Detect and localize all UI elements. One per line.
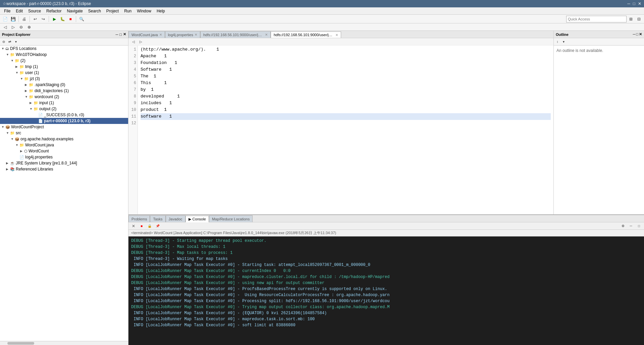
tree-item[interactable]: ▼📁user (1)	[0, 70, 128, 76]
menu-file[interactable]: File	[1, 8, 13, 14]
editor-tab[interactable]: hdfs://192.168.56.101:9000/user/jzt/word…	[271, 31, 341, 38]
editor-tab-close[interactable]: ✕	[335, 33, 338, 37]
console-scroll-lock[interactable]: 🔒	[146, 222, 153, 230]
menu-search[interactable]: Search	[86, 8, 104, 14]
tree-item[interactable]: ▼📁(2)	[0, 58, 128, 64]
minimize-button[interactable]: ─	[627, 1, 630, 6]
views-button[interactable]: ⊟	[635, 15, 643, 23]
sidebar-collapse-all[interactable]: ⊖	[1, 39, 7, 45]
tree-arrow: ▼	[20, 77, 24, 80]
sidebar-horizontal-scrollbar[interactable]	[0, 341, 128, 345]
editor-tab-close[interactable]: ✕	[195, 33, 197, 37]
menu-help[interactable]: Help	[154, 8, 168, 14]
tree-item[interactable]: ▶📁input (1)	[0, 100, 128, 106]
tree-icon: 📄	[38, 119, 43, 123]
tree-item[interactable]: ▼📦org.apache.hadoop.examples	[0, 136, 128, 142]
print-button[interactable]: 🖨	[20, 15, 28, 23]
console-stop[interactable]: ■	[138, 222, 145, 230]
tree-item[interactable]: ▶📁tmp (1)	[0, 64, 128, 70]
editor-content[interactable]: 123456789101112 (http://www.apache.org/)…	[128, 46, 553, 214]
console-maximize[interactable]: □	[635, 222, 643, 230]
tb2-btn1[interactable]: ◁	[1, 23, 9, 31]
stop-button[interactable]: ■	[67, 15, 74, 23]
tree-arrow: ▼	[1, 125, 5, 129]
tree-item[interactable]: ▼📁WordCount.java	[0, 142, 128, 148]
tree-label: tmp (1)	[25, 64, 38, 69]
menu-source[interactable]: Source	[25, 8, 44, 14]
perspective-button[interactable]: ⊞	[627, 15, 635, 23]
console-toolbar-right: ⚙ ─ □	[619, 222, 643, 230]
menu-run[interactable]: Run	[121, 8, 134, 14]
console-minimize[interactable]: ─	[627, 222, 635, 230]
new-button[interactable]: 📄	[1, 15, 9, 23]
tree-item[interactable]: ▼🗂DFS Locations	[0, 46, 128, 52]
editor-tab-close[interactable]: ✕	[265, 33, 268, 37]
run-button[interactable]: ▶	[51, 15, 58, 23]
toolbar-sep3	[49, 16, 49, 22]
tree-item[interactable]: ▼📦WordCountProject	[0, 124, 128, 130]
menu-refactor[interactable]: Refactor	[44, 8, 64, 14]
tree-label: Win10TOHadoop	[16, 52, 47, 57]
editor-tab[interactable]: hdfs://192.168.56.101:9000/user/jzt/word…	[200, 31, 271, 38]
editor-tab[interactable]: WordCount.java✕	[128, 31, 165, 38]
tree-label: output (2)	[39, 107, 56, 111]
search-button[interactable]: 🔍	[78, 15, 85, 23]
sidebar-close-icon[interactable]: ✕	[123, 32, 126, 37]
sidebar-maximize-icon[interactable]: □	[119, 32, 122, 37]
tree-item[interactable]: ▶📁didi_trajectories (1)	[0, 88, 128, 94]
save-button[interactable]: 💾	[9, 15, 17, 23]
editor-scroll-left[interactable]: ◁	[130, 38, 137, 46]
tree-item[interactable]: ▼📁output (2)	[0, 106, 128, 112]
outline-close-icon[interactable]: ✕	[639, 32, 642, 37]
menu-navigate[interactable]: Navigate	[64, 8, 85, 14]
tree-icon: 📁	[19, 71, 24, 75]
console-tab[interactable]: Tasks	[150, 215, 165, 222]
console-clear[interactable]: ✕	[130, 222, 137, 230]
tree-arrow: ▶	[6, 161, 10, 165]
outline-minimize-icon[interactable]: ─	[633, 32, 636, 37]
tree-arrow: ▶	[25, 89, 29, 92]
tree-item[interactable]: ▶☕JRE System Library [jre1.8.0_144]	[0, 160, 128, 166]
outline-sort[interactable]: ↕	[554, 39, 560, 45]
tree-item[interactable]: 📄log4j.properties	[0, 154, 128, 160]
outline-settings[interactable]: ▾	[560, 39, 567, 45]
tree-item[interactable]: ▼📁jzt (3)	[0, 76, 128, 82]
tree-arrow: ▶	[20, 149, 24, 153]
maximize-button[interactable]: □	[633, 1, 635, 6]
tb2-expand[interactable]: ⊕	[25, 23, 33, 31]
outline-maximize-icon[interactable]: □	[636, 32, 638, 37]
console-tab[interactable]: Javadoc	[166, 215, 185, 222]
console-settings[interactable]: ⚙	[619, 222, 627, 230]
tree-arrow: ▶	[6, 167, 10, 171]
tree-item[interactable]: ▼📁src	[0, 130, 128, 136]
debug-button[interactable]: 🐛	[59, 15, 66, 23]
console-tab[interactable]: Problems	[128, 215, 150, 222]
editor-tab[interactable]: log4j.properties✕	[165, 31, 200, 38]
tree-item[interactable]: ▼📁wordcount (2)	[0, 94, 128, 100]
tb2-btn2[interactable]: ▷	[9, 23, 17, 31]
console-tab[interactable]: ▶Console	[185, 216, 209, 222]
sidebar-link-editor[interactable]: ⇄	[7, 39, 13, 45]
tree-item[interactable]: ▶⬡WordCount	[0, 148, 128, 154]
tree-item[interactable]: ▶📁.sparkStaging (0)	[0, 82, 128, 88]
sidebar-minimize-icon[interactable]: ─	[116, 32, 118, 37]
console-tab[interactable]: Map/Reduce Locations	[209, 215, 253, 222]
tb2-collapse[interactable]: ⊖	[17, 23, 25, 31]
console-line: INFO [Thread-3] - Waiting for map tasks	[131, 256, 641, 262]
menu-project[interactable]: Project	[104, 8, 121, 14]
line-number: 12	[128, 120, 136, 127]
menu-edit[interactable]: Edit	[13, 8, 25, 14]
quick-access-input[interactable]	[566, 16, 627, 22]
tree-item[interactable]: ▶📚Referenced Libraries	[0, 166, 128, 172]
tree-item[interactable]: 📄_SUCCESS (0.0 b, r3)	[0, 112, 128, 118]
tree-item[interactable]: 📄part-r-00000 (123.0 b, r3)	[0, 118, 128, 124]
undo-button[interactable]: ↩	[32, 15, 39, 23]
menu-window[interactable]: Window	[134, 8, 154, 14]
sidebar-settings[interactable]: ▾	[13, 39, 19, 45]
editor-tab-close[interactable]: ✕	[159, 33, 162, 37]
console-pin[interactable]: 📌	[154, 222, 161, 230]
redo-button[interactable]: ↪	[40, 15, 47, 23]
close-button[interactable]: ✕	[638, 1, 641, 6]
editor-scroll-right[interactable]: ▷	[137, 38, 145, 46]
tree-item[interactable]: ▼📁Win10TOHadoop	[0, 52, 128, 58]
